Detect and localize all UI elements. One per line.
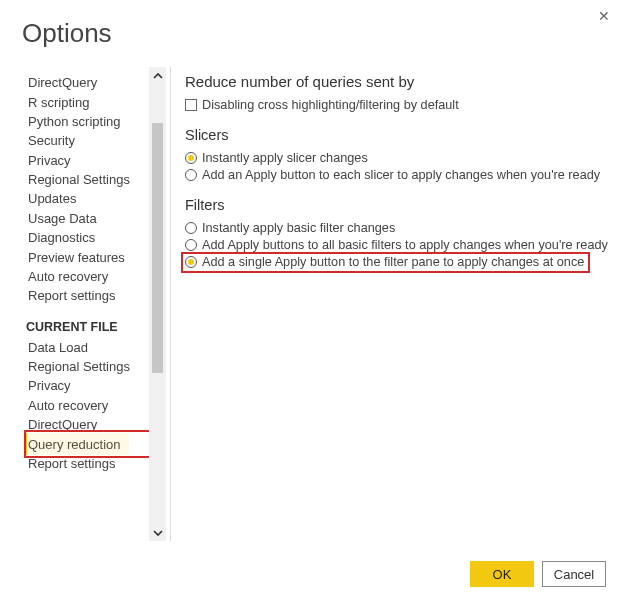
close-icon[interactable]: ✕ — [598, 8, 610, 24]
option-label: Add a single Apply button to the filter … — [202, 255, 584, 269]
checkbox-icon[interactable] — [185, 99, 197, 111]
radio-icon[interactable] — [185, 152, 197, 164]
options-sidebar: DirectQueryR scriptingPython scriptingSe… — [12, 67, 149, 541]
radio-icon[interactable] — [185, 169, 197, 181]
option-label: Instantly apply basic filter changes — [202, 221, 395, 235]
options-content: Reduce number of queries sent by Disabli… — [179, 67, 624, 541]
cancel-button[interactable]: Cancel — [542, 561, 606, 587]
sidebar-item-global-5[interactable]: Regional Settings — [26, 170, 149, 189]
radio-icon[interactable] — [185, 222, 197, 234]
option-label: Instantly apply slicer changes — [202, 151, 368, 165]
scroll-thumb[interactable] — [152, 123, 163, 373]
sidebar-item-global-10[interactable]: Auto recovery — [26, 267, 149, 286]
sidebar-item-current-3[interactable]: Auto recovery — [26, 396, 149, 415]
sidebar-item-global-0[interactable]: DirectQuery — [26, 73, 149, 92]
option-label: Add Apply buttons to all basic filters t… — [202, 238, 608, 252]
sidebar-item-current-6[interactable]: Report settings — [26, 454, 149, 473]
section-filters: Filters — [185, 197, 614, 213]
option-filter-instant[interactable]: Instantly apply basic filter changes — [185, 219, 614, 236]
sidebar-item-global-8[interactable]: Diagnostics — [26, 228, 149, 247]
section-reduce-queries: Reduce number of queries sent by — [185, 73, 614, 90]
scroll-up-icon[interactable] — [149, 67, 166, 84]
option-label: Disabling cross highlighting/filtering b… — [202, 98, 459, 112]
radio-icon[interactable] — [185, 239, 197, 251]
sidebar-heading-current: CURRENT FILE — [26, 306, 149, 338]
sidebar-item-current-5[interactable]: Query reduction — [26, 434, 149, 453]
sidebar-item-global-7[interactable]: Usage Data — [26, 209, 149, 228]
sidebar-item-current-2[interactable]: Privacy — [26, 376, 149, 395]
sidebar-item-global-6[interactable]: Updates — [26, 189, 149, 208]
highlight-box — [24, 430, 149, 457]
sidebar-item-current-4[interactable]: DirectQuery — [26, 415, 149, 434]
sidebar-scrollbar[interactable] — [149, 67, 166, 541]
option-disable-cross-highlight[interactable]: Disabling cross highlighting/filtering b… — [185, 96, 614, 113]
sidebar-item-current-1[interactable]: Regional Settings — [26, 357, 149, 376]
sidebar-item-global-9[interactable]: Preview features — [26, 247, 149, 266]
scroll-down-icon[interactable] — [149, 524, 166, 541]
section-slicers: Slicers — [185, 127, 614, 143]
sidebar-item-global-2[interactable]: Python scripting — [26, 112, 149, 131]
vertical-divider — [170, 67, 171, 541]
sidebar-item-global-4[interactable]: Privacy — [26, 151, 149, 170]
dialog-title: Options — [0, 0, 624, 49]
sidebar-item-global-3[interactable]: Security — [26, 131, 149, 150]
ok-button[interactable]: OK — [470, 561, 534, 587]
radio-icon[interactable] — [185, 256, 197, 268]
option-label: Add an Apply button to each slicer to ap… — [202, 168, 600, 182]
option-slicer-instant[interactable]: Instantly apply slicer changes — [185, 149, 614, 166]
sidebar-item-global-11[interactable]: Report settings — [26, 286, 149, 305]
option-slicer-apply-button[interactable]: Add an Apply button to each slicer to ap… — [185, 166, 614, 183]
option-filter-apply-all[interactable]: Add Apply buttons to all basic filters t… — [185, 236, 614, 253]
sidebar-item-current-0[interactable]: Data Load — [26, 338, 149, 357]
sidebar-item-global-1[interactable]: R scripting — [26, 92, 149, 111]
option-filter-single-apply[interactable]: Add a single Apply button to the filter … — [185, 254, 584, 271]
